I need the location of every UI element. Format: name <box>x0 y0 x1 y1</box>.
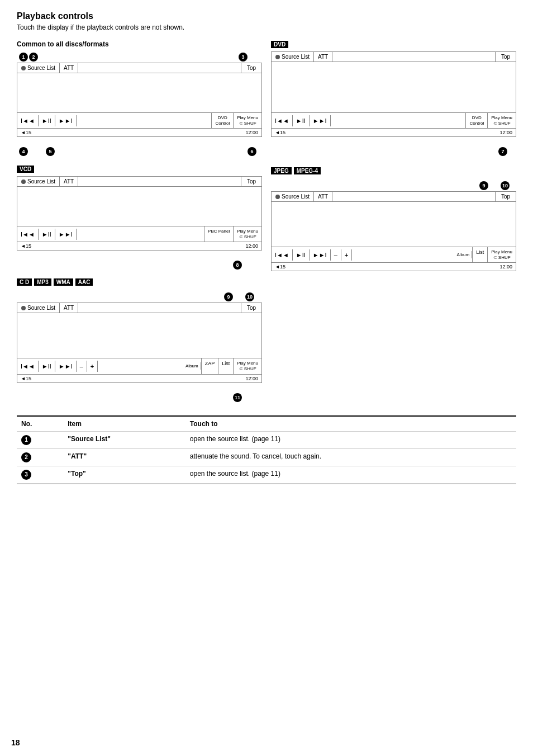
table-row: 1 "Source List" open the source list. (p… <box>17 431 516 448</box>
vcd-prev-btn[interactable]: I◄◄ <box>17 229 39 240</box>
jpeg-callout-10-label: 10 <box>501 181 511 190</box>
next-btn[interactable]: ►►I <box>55 115 77 126</box>
zap-btn[interactable]: ZAP <box>202 358 219 374</box>
aac-badge: AAC <box>75 278 93 286</box>
row3-no: 3 <box>17 466 63 483</box>
common-annotations-top: 1 2 3 <box>17 53 262 63</box>
dvd-top-btn[interactable]: Top <box>495 52 516 62</box>
cd-prev-btn[interactable]: I◄◄ <box>17 361 39 372</box>
playpause-btn[interactable]: ►II <box>39 115 55 126</box>
dvd-play-btn[interactable]: ►II <box>293 115 310 126</box>
cd-plus-btn[interactable]: + <box>87 361 98 372</box>
table-row: 3 "Top" open the source list. (page 11) <box>17 466 516 483</box>
jpeg-att-btn[interactable]: ATT <box>314 192 332 201</box>
jpeg-badges: JPEG MPEG-4 <box>271 167 516 178</box>
dvd-control-btn[interactable]: DVDControl <box>212 113 234 128</box>
vcd-player-box: Source List ATT Top I◄◄ ►II ►►I <box>17 176 262 251</box>
dvd-next-btn[interactable]: ►►I <box>310 115 331 126</box>
cd-annotations-bottom: 11 <box>17 392 262 402</box>
cd-play-btn[interactable]: ►II <box>39 361 55 372</box>
jpeg-player-box: Source List ATT Top I◄◄ ►II ►►I – <box>271 191 516 271</box>
vcd-att-btn[interactable]: ATT <box>60 177 78 186</box>
source-list-label: Source List <box>27 65 55 71</box>
callout-3-label: 3 <box>239 53 249 62</box>
top-label: Top <box>247 65 256 71</box>
jpeg-minus-btn[interactable]: – <box>331 249 341 261</box>
cd-section: C D MP3 WMA AAC 9 10 Source List AT <box>17 278 262 401</box>
vcd-play-btn[interactable]: ►II <box>39 229 55 240</box>
top-btn[interactable]: Top <box>241 63 261 73</box>
jpeg-top-btn[interactable]: Top <box>495 192 516 201</box>
dvd-att-btn[interactable]: ATT <box>314 52 332 62</box>
prev-btn[interactable]: I◄◄ <box>17 115 39 126</box>
dvd-screen <box>272 62 516 112</box>
jpeg-statusbar: ◄15 12:00 <box>272 262 516 271</box>
play-menu-btn[interactable]: Play Menu⊂ SHUF <box>234 113 261 128</box>
source-list-btn[interactable]: Source List <box>17 63 60 73</box>
cd-list-btn[interactable]: List <box>218 358 234 374</box>
vcd-topbar: Source List ATT Top <box>17 177 261 187</box>
vcd-next-btn[interactable]: ►►I <box>55 229 77 240</box>
wma-badge: WMA <box>54 278 73 286</box>
jpeg-section: JPEG MPEG-4 9 10 Source List ATT <box>271 167 516 271</box>
cd-annotations-top: 9 10 <box>17 292 262 303</box>
callout-11: 11 <box>233 393 242 402</box>
cd-player-box: Source List ATT Top I◄◄ ►II ►►I – <box>17 303 262 382</box>
jpeg-play-btn[interactable]: ►II <box>293 249 310 261</box>
cd-top-btn[interactable]: Top <box>241 303 261 313</box>
att-btn[interactable]: ATT <box>60 63 78 73</box>
cd-minus-btn[interactable]: – <box>77 361 87 372</box>
vcd-play-menu-btn[interactable]: Play Menu⊂ SHUF <box>234 226 261 242</box>
dvd-prev-btn[interactable]: I◄◄ <box>272 115 293 126</box>
col-touch: Touch to <box>185 417 516 432</box>
cd-source-list-btn[interactable]: Source List <box>17 303 60 313</box>
callout-4-label: 4 <box>19 147 29 156</box>
right-btns: DVDControl Play Menu⊂ SHUF <box>211 113 261 128</box>
jpeg-next-btn[interactable]: ►►I <box>310 249 331 261</box>
vcd-screen <box>17 187 261 226</box>
callout-6-label: 6 <box>248 147 258 156</box>
dvd-source-list-btn[interactable]: Source List <box>272 52 314 62</box>
jpeg-album-label: Album <box>455 251 473 258</box>
col-item: Item <box>63 417 185 432</box>
callout-11-label: 11 <box>233 393 243 402</box>
mpeg4-badge: MPEG-4 <box>294 167 321 174</box>
jpeg-play-menu-btn[interactable]: Play Menu⊂ SHUF <box>488 247 516 262</box>
dvd-player-box: Source List ATT Top I◄◄ ►II ►►I <box>271 51 516 137</box>
vcd-top-btn[interactable]: Top <box>241 177 261 186</box>
jpeg-callout-9-label: 9 <box>479 181 489 190</box>
cd-play-menu-btn[interactable]: Play Menu⊂ SHUF <box>234 358 261 374</box>
jpeg-source-list-btn[interactable]: Source List <box>272 192 314 201</box>
playpause-icon: ►II <box>42 117 51 124</box>
dvd-topbar: Source List ATT Top <box>272 52 516 62</box>
common-section: Common to all discs/formats 1 2 3 Source… <box>17 40 262 156</box>
cd-next-btn[interactable]: ►►I <box>55 361 77 372</box>
pbc-panel-btn[interactable]: PBC Panel <box>204 226 234 242</box>
vcd-source-list-btn[interactable]: Source List <box>17 177 60 186</box>
callout-2-label: 2 <box>29 53 39 62</box>
page-number: 18 <box>11 738 20 747</box>
common-section-title: Common to all discs/formats <box>17 40 262 48</box>
source-dot <box>21 66 26 70</box>
cd-badge: C D <box>17 278 32 286</box>
dvd-dvd-control-btn[interactable]: DVDControl <box>466 113 488 128</box>
prev-icon: I◄◄ <box>21 117 35 124</box>
callout-1-label: 1 <box>19 53 29 62</box>
common-topbar: Source List ATT Top <box>17 63 261 73</box>
jpeg-list-btn[interactable]: List <box>473 247 488 262</box>
right-column: DVD Source List ATT Top <box>271 40 516 402</box>
row2-item: "ATT" <box>63 448 185 466</box>
row3-item: "Top" <box>63 466 185 483</box>
cd-source-dot <box>21 306 26 310</box>
callout-5: 5 <box>46 147 55 156</box>
dvd-play-menu-btn[interactable]: Play Menu⊂ SHUF <box>488 113 516 128</box>
jpeg-callout-9: 9 <box>479 181 488 190</box>
cd-callout-9-label: 9 <box>224 292 234 301</box>
common-statusbar: ◄15 12:00 <box>17 128 261 136</box>
row2-no: 2 <box>17 448 63 466</box>
cd-att-btn[interactable]: ATT <box>60 303 78 313</box>
jpeg-plus-btn[interactable]: + <box>341 249 352 261</box>
callout-8: 8 <box>233 261 242 270</box>
jpeg-prev-btn[interactable]: I◄◄ <box>272 249 293 261</box>
common-screen <box>17 73 261 112</box>
